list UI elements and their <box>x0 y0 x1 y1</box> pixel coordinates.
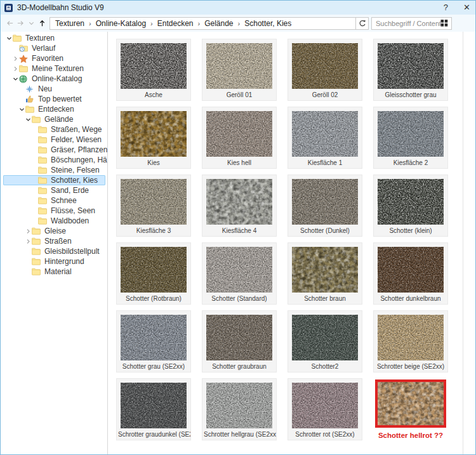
tree-item-meine-texturen[interactable]: Meine Texturen <box>3 63 105 74</box>
tree-item-label: Entdecken <box>38 105 74 114</box>
expander-icon[interactable] <box>11 53 19 63</box>
tree-item-label: Online-Katalog <box>32 74 82 83</box>
expander-icon[interactable] <box>24 114 32 124</box>
breadcrumb-item-texturen[interactable]: Texturen <box>55 19 84 28</box>
expander-icon[interactable] <box>11 74 19 84</box>
texture-tile-schotter-standard[interactable]: Schotter (Standard) <box>202 242 277 305</box>
tree-item-online-katalog[interactable]: Online-Katalog <box>3 74 105 84</box>
texture-tile-kiesflache-1[interactable]: Kiesfläche 1 <box>288 107 362 169</box>
texture-thumbnail <box>378 179 444 225</box>
thumbsup-icon <box>25 95 34 103</box>
tree-item-neu[interactable]: Neu <box>3 84 105 94</box>
expander-icon <box>18 94 25 104</box>
folder-icon <box>38 187 47 194</box>
breadcrumb-item-schotter-kies[interactable]: Schotter, Kies <box>244 19 291 28</box>
tree-item-steine-felsen[interactable]: Steine, Felsen <box>3 165 105 175</box>
texture-label: Schotter (Rotbraun) <box>117 293 190 305</box>
tree-item-gelande[interactable]: Gelände <box>3 114 105 124</box>
texture-label: Kies hell <box>202 157 276 169</box>
expander-icon[interactable] <box>5 33 13 43</box>
tree-item-strassen-wege[interactable]: Straßen, Wege <box>3 124 105 135</box>
texture-tile-kies-hell[interactable]: Kies hell <box>202 107 277 169</box>
tree-item-waldboden[interactable]: Waldboden <box>3 216 105 226</box>
globe-icon <box>19 75 27 83</box>
expander-icon[interactable] <box>24 226 32 236</box>
texture-thumbnail <box>121 111 187 157</box>
up-button[interactable] <box>37 18 48 29</box>
breadcrumb-item-entdecken[interactable]: Entdecken <box>157 19 194 28</box>
tree-item-favoriten[interactable]: Favoriten <box>3 53 105 63</box>
texture-tile-schotter-graubraun[interactable]: Schotter graubraun <box>202 310 277 373</box>
texture-label: Schotter (Standard) <box>202 293 276 305</box>
texture-tile-schrotter-graudunkel-se2xx[interactable]: Schrotter graudunkel (SE2xx) <box>116 378 191 440</box>
tree-item-graser-pflanzen[interactable]: Gräser, Pflanzen <box>3 145 105 155</box>
texture-tile-gleisschotter-grau[interactable]: Gleisschotter grau <box>373 39 448 101</box>
texture-tile-schotter-klein[interactable]: Schotter (klein) <box>373 175 448 237</box>
breadcrumb-item-gelande[interactable]: Gelände <box>204 19 233 28</box>
title-bar: 3D-Modellbahn Studio V9 ? ✕ <box>1 1 475 15</box>
texture-tile-schotter-rotbraun[interactable]: Schotter (Rotbraun) <box>116 242 191 305</box>
close-button[interactable]: ✕ <box>463 1 470 15</box>
tree-item-gleisbildstellpult[interactable]: Gleisbildstellpult <box>3 246 105 256</box>
texture-tile-schrotter-rot-se2xx[interactable]: Schrotter rot (SE2xx) <box>288 378 362 440</box>
refresh-button[interactable] <box>355 18 368 29</box>
texture-tile-geroll-01[interactable]: Geröll 01 <box>202 39 277 101</box>
folder-icon <box>32 115 41 123</box>
breadcrumb-item-online-katalog[interactable]: Online-Katalog <box>96 19 146 28</box>
texture-label: Schotter grau (SE2xx) <box>117 360 190 373</box>
texture-tile-kiesflache-3[interactable]: Kiesfläche 3 <box>116 175 191 237</box>
texture-tile-kiesflache-4[interactable]: Kiesfläche 4 <box>202 175 277 237</box>
texture-label: Schrotter graudunkel (SE2xx) <box>117 428 190 440</box>
help-button[interactable]: ? <box>444 1 448 15</box>
tree-item-gleise[interactable]: Gleise <box>3 226 105 236</box>
texture-thumbnail <box>206 43 272 89</box>
texture-label: Schotter2 <box>288 360 362 373</box>
texture-tile-schrotter-beige-se2xx[interactable]: Schrotter beige (SE2xx) <box>373 310 448 373</box>
sparkle-icon <box>25 85 34 93</box>
texture-thumbnail <box>378 43 444 89</box>
folder-icon <box>19 65 28 72</box>
texture-tile-schotter-hellrot[interactable]: Schotter hellrot ?? <box>373 378 448 440</box>
tree-item-hintergrund[interactable]: Hintergrund <box>3 256 105 267</box>
tree-item-felder-wiesen[interactable]: Felder, Wiesen <box>3 135 105 145</box>
texture-tile-schotter-grau-se2xx[interactable]: Schotter grau (SE2xx) <box>116 310 191 373</box>
texture-label: Schotter graubraun <box>202 360 276 373</box>
tree-item-material[interactable]: Material <box>3 267 105 277</box>
texture-label: Schotter dunkelbraun <box>374 293 447 305</box>
search-input[interactable] <box>376 20 440 27</box>
tree-item-schotter-kies[interactable]: Schotter, Kies <box>3 175 105 185</box>
texture-tile-asche[interactable]: Asche <box>116 39 191 101</box>
tree-item-boschungen-hange[interactable]: Böschungen, Hänge <box>3 155 105 165</box>
tree-item-label: Straßen, Wege <box>51 125 102 134</box>
tree-item-top-bewertet[interactable]: Top bewertet <box>3 94 105 104</box>
texture-thumbnail <box>206 383 272 428</box>
back-button[interactable] <box>4 18 15 29</box>
texture-tile-schrotter-hellgrau-se2xx[interactable]: Schrotter hellgrau (SE2xx) <box>202 378 277 440</box>
texture-tile-schotter-dunkelbraun[interactable]: Schotter dunkelbraun <box>373 242 448 305</box>
texture-thumbnail <box>121 315 187 360</box>
tree-item-flusse-seen[interactable]: Flüsse, Seen <box>3 206 105 216</box>
view-toggle-button[interactable] <box>440 19 449 27</box>
expander-icon <box>11 43 19 53</box>
tree-item-sand-erde[interactable]: Sand, Erde <box>3 185 105 195</box>
tree-item-verlauf[interactable]: Verlauf <box>3 43 105 53</box>
texture-label: Schrotter beige (SE2xx) <box>374 360 447 373</box>
tree-item-label: Steine, Felsen <box>51 166 100 175</box>
forward-button[interactable] <box>15 18 26 29</box>
expander-icon[interactable] <box>11 63 19 74</box>
history-dropdown-button[interactable] <box>26 18 37 29</box>
texture-tile-geroll-02[interactable]: Geröll 02 <box>288 39 362 101</box>
tree-item-entdecken[interactable]: Entdecken <box>3 104 105 114</box>
texture-tile-schotter-braun[interactable]: Schotter braun <box>288 242 362 305</box>
texture-tile-kiesflache-2[interactable]: Kiesfläche 2 <box>373 107 448 169</box>
expander-icon[interactable] <box>24 236 32 246</box>
expander-icon[interactable] <box>18 104 25 114</box>
tree-item-texturen[interactable]: Texturen <box>3 33 105 43</box>
texture-thumbnail <box>292 315 358 360</box>
texture-tile-schotter-dunkel[interactable]: Schotter (Dunkel) <box>288 175 362 237</box>
tree-item-schnee[interactable]: Schnee <box>3 195 105 206</box>
texture-tile-schotter2[interactable]: Schotter2 <box>288 310 362 373</box>
tree-item-strassen[interactable]: Straßen <box>3 236 105 246</box>
expander-icon <box>18 84 25 94</box>
texture-tile-kies[interactable]: Kies <box>116 107 191 169</box>
